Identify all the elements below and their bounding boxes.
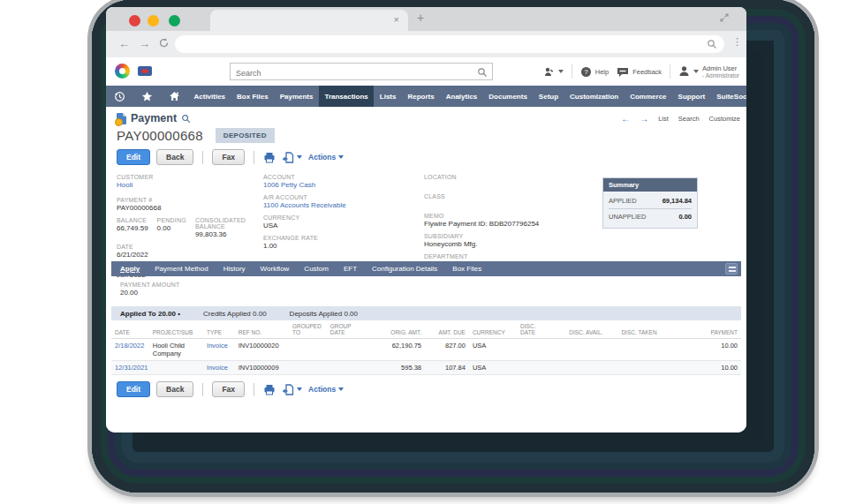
customize-link[interactable]: Customize	[709, 115, 740, 123]
print-icon[interactable]	[263, 152, 276, 163]
cell-amt-due: 107.84	[425, 360, 469, 374]
back-button[interactable]: Back	[156, 149, 193, 165]
nav-item-setup[interactable]: Setup	[533, 86, 564, 107]
account-value[interactable]: 1006 Petty Cash	[263, 181, 413, 189]
department-label: DEPARTMENT	[424, 253, 592, 260]
feedback-button[interactable]: Feedback	[617, 66, 662, 78]
nav-item-documents[interactable]: Documents	[483, 86, 534, 107]
expand-icon[interactable]	[719, 12, 730, 23]
table-row[interactable]: 12/31/2021 Invoice INV10000009 595.38 10…	[111, 360, 741, 374]
screenshot-stage: { "browser": { "tab_close": "×", "new_ta…	[0, 0, 848, 504]
edit-button[interactable]: Edit	[117, 149, 150, 165]
global-search-input[interactable]	[231, 65, 492, 81]
cell-type[interactable]: Invoice	[203, 338, 235, 360]
global-search[interactable]	[230, 63, 493, 80]
zoom-window-button[interactable]	[169, 15, 180, 26]
tab-deposits-applied[interactable]: Deposits Applied 0.00	[290, 310, 358, 318]
fax-button[interactable]: Fax	[212, 149, 245, 165]
tab-close-icon[interactable]: ×	[394, 14, 399, 25]
browser-reload-icon[interactable]	[158, 37, 170, 49]
list-link[interactable]: List	[658, 115, 669, 123]
tab-credits-applied[interactable]: Credits Applied 0.00	[203, 310, 267, 318]
minimize-window-button[interactable]	[148, 15, 159, 26]
nav-item-box-files[interactable]: Box Files	[231, 86, 275, 107]
home-icon[interactable]	[161, 91, 188, 102]
actions-menu[interactable]: Actions	[308, 385, 344, 394]
subsidiary-value: Honeycomb Mfg.	[424, 240, 592, 248]
cell-currency: USA	[469, 338, 517, 360]
fax-button[interactable]: Fax	[212, 381, 245, 397]
shortcuts-icon[interactable]	[543, 66, 564, 78]
pending-label: PENDING	[157, 217, 186, 223]
chevron-down-icon	[297, 155, 302, 159]
user-menu[interactable]: Admin User - Administrator	[678, 64, 739, 79]
consolidated-balance-label: CONSOLIDATED BALANCE	[195, 217, 258, 229]
close-window-button[interactable]	[129, 15, 140, 26]
feedback-label: Feedback	[632, 68, 662, 76]
subtab-box-files[interactable]: Box Files	[452, 265, 481, 273]
nav-item-payments[interactable]: Payments	[274, 86, 319, 107]
browser-forward-icon[interactable]: →	[139, 37, 150, 50]
subtab-custom[interactable]: Custom	[304, 265, 329, 273]
nav-item-lists[interactable]: Lists	[374, 86, 402, 107]
netsuite-logo-icon[interactable]	[115, 64, 130, 79]
record-next-icon[interactable]: →	[640, 114, 648, 124]
nav-item-suitesocial[interactable]: SuiteSocial	[711, 86, 746, 107]
nav-item-analytics[interactable]: Analytics	[440, 86, 483, 107]
subtab-eft[interactable]: EFT	[344, 265, 357, 273]
memo-label: MEMO	[424, 213, 592, 219]
help-button[interactable]: ? Help	[580, 66, 609, 78]
shortcuts-star-icon[interactable]	[133, 91, 161, 102]
toggle-view-icon[interactable]	[725, 263, 738, 275]
subtab-history[interactable]: History	[223, 265, 246, 273]
nav-item-transactions[interactable]: Transactions	[319, 86, 374, 107]
export-icon[interactable]	[282, 152, 302, 163]
print-icon[interactable]	[263, 384, 276, 395]
help-label: Help	[595, 68, 609, 76]
browser-tab[interactable]: ×	[210, 10, 408, 31]
recent-records-icon[interactable]	[106, 91, 133, 102]
title-search-icon[interactable]	[181, 114, 191, 124]
col-payment: PAYMENT	[661, 320, 741, 338]
subtab-workflow[interactable]: Workflow	[261, 265, 290, 273]
nav-item-reports[interactable]: Reports	[402, 86, 440, 107]
unapplied-label: UNAPPLIED	[609, 213, 647, 221]
record-prev-icon[interactable]: ←	[621, 114, 630, 124]
nav-item-activities[interactable]: Activities	[188, 86, 231, 107]
back-button[interactable]: Back	[156, 381, 193, 397]
nav-item-customization[interactable]: Customization	[564, 86, 625, 107]
account-label: ACCOUNT	[263, 174, 413, 180]
cell-disc-date	[517, 360, 555, 374]
actions-menu[interactable]: Actions	[308, 153, 344, 162]
address-bar[interactable]	[175, 35, 724, 53]
subtab-configuration-details[interactable]: Configuration Details	[372, 265, 437, 273]
edit-button[interactable]: Edit	[117, 381, 150, 397]
browser-tab-strip: × +	[106, 7, 746, 31]
divider	[254, 383, 254, 396]
export-icon[interactable]	[282, 384, 302, 395]
subtab-apply[interactable]: Apply	[120, 265, 140, 273]
browser-back-icon[interactable]: ←	[118, 37, 130, 50]
pending-value: 0.00	[157, 224, 186, 232]
browser-menu-icon[interactable]: ⋮	[732, 36, 742, 48]
ar-account-value[interactable]: 1100 Accounts Receivable	[263, 201, 413, 209]
subtab-payment-method[interactable]: Payment Method	[155, 265, 208, 273]
cell-date[interactable]: 2/18/2022	[111, 338, 149, 360]
chevron-down-icon	[558, 70, 564, 73]
cell-orig-amt: 62,190.75	[371, 338, 425, 360]
extension-flag-icon[interactable]	[138, 66, 152, 76]
cell-type[interactable]: Invoice	[203, 360, 235, 374]
tab-applied-to[interactable]: Applied To 20.00 •	[120, 310, 180, 318]
search-link[interactable]: Search	[678, 115, 700, 123]
browser-window: × + ← → ⋮	[106, 7, 746, 433]
nav-item-commerce[interactable]: Commerce	[625, 86, 672, 107]
browser-toolbar: ← → ⋮	[106, 31, 746, 57]
table-row[interactable]: 2/18/2022 Hooli Child Company Invoice IN…	[111, 338, 741, 360]
payment-amount-value: 20.00	[120, 289, 179, 297]
chevron-down-icon	[693, 70, 699, 73]
nav-item-support[interactable]: Support	[672, 86, 711, 107]
customer-value[interactable]: Hooli	[117, 181, 258, 189]
cell-date[interactable]: 12/31/2021	[111, 360, 149, 374]
new-tab-button[interactable]: +	[417, 11, 424, 25]
table-header-row: DATE PROJECT/SUB TYPE REF NO. GROUPED TO…	[111, 320, 741, 338]
